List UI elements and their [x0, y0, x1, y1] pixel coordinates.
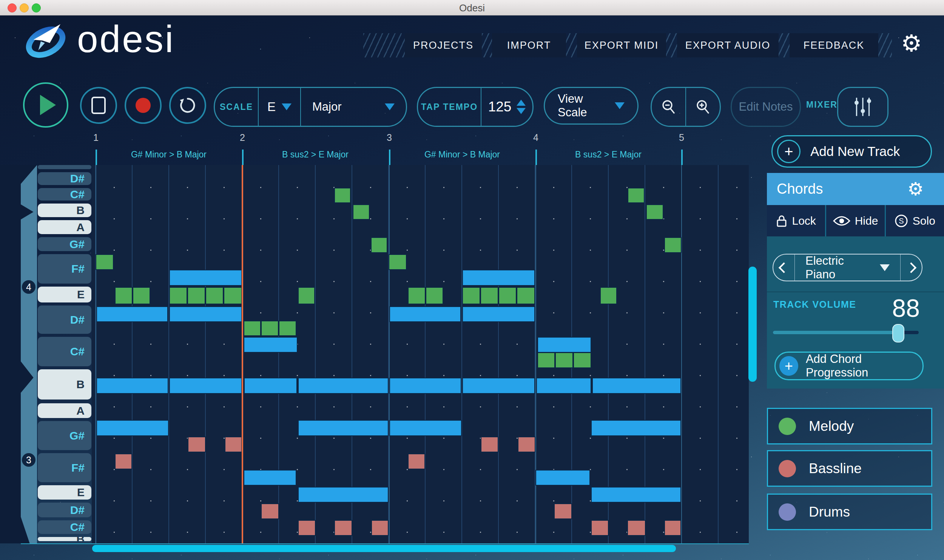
melody-note[interactable]	[646, 204, 663, 220]
tempo-stepper[interactable]	[517, 100, 526, 114]
loop-button[interactable]	[169, 87, 206, 124]
track-card-bassline[interactable]: Bassline	[767, 450, 932, 487]
piano-key-c#[interactable]: C#	[38, 337, 91, 366]
chord-note[interactable]	[592, 378, 681, 394]
melody-note[interactable]	[517, 287, 535, 304]
melody-note[interactable]	[555, 352, 573, 368]
bassline-note[interactable]	[664, 520, 681, 536]
add-new-track-button[interactable]: + Add New Track	[771, 135, 932, 168]
chord-note[interactable]	[169, 378, 242, 394]
volume-slider-thumb[interactable]	[892, 324, 904, 342]
melody-note[interactable]	[133, 287, 150, 304]
play-button[interactable]	[23, 82, 68, 128]
piano-key-c#[interactable]: C#	[38, 520, 91, 534]
chord-note[interactable]	[298, 378, 389, 394]
hide-button[interactable]: Hide	[825, 205, 884, 236]
bassline-note[interactable]	[334, 520, 352, 536]
bassline-note[interactable]	[225, 437, 242, 452]
melody-note[interactable]	[426, 287, 443, 304]
melody-note[interactable]	[600, 287, 617, 304]
piano-key-e[interactable]: E	[38, 485, 91, 500]
mixer-button[interactable]	[837, 87, 888, 127]
bassline-note[interactable]	[481, 437, 498, 452]
chord-note[interactable]	[462, 270, 535, 286]
chord-note[interactable]	[298, 420, 389, 436]
melody-note[interactable]	[261, 321, 279, 336]
playhead[interactable]	[242, 165, 243, 543]
piano-key-d#[interactable]: D#	[38, 503, 91, 517]
melody-note[interactable]	[664, 237, 682, 253]
chord-note[interactable]	[462, 378, 535, 394]
edit-notes-button[interactable]: Edit Notes	[731, 87, 801, 127]
nav-item-feedback[interactable]: FEEDBACK	[790, 33, 878, 57]
chord-note[interactable]	[591, 420, 681, 436]
chord-note[interactable]	[96, 420, 169, 436]
melody-note[interactable]	[187, 287, 205, 304]
nav-item-projects[interactable]: PROJECTS	[405, 33, 482, 57]
horizontal-scrollbar[interactable]	[92, 545, 676, 552]
chord-note[interactable]	[536, 378, 591, 394]
instrument-prev-button[interactable]	[773, 264, 794, 272]
track-card-drums[interactable]: Drums	[767, 494, 932, 530]
piano-key-g#[interactable]: G#	[38, 421, 91, 450]
piano-key[interactable]	[38, 165, 91, 169]
vertical-scrollbar[interactable]	[748, 267, 757, 382]
chord-note[interactable]	[244, 378, 297, 394]
melody-note[interactable]	[169, 287, 187, 304]
melody-note[interactable]	[628, 188, 645, 203]
stop-button[interactable]	[80, 87, 117, 124]
scale-mode-dropdown[interactable]: Major	[301, 100, 406, 114]
chord-note[interactable]	[389, 306, 461, 322]
bassline-note[interactable]	[188, 437, 206, 452]
piano-key-a[interactable]: A	[38, 220, 91, 234]
melody-note[interactable]	[353, 204, 370, 220]
track-settings-gear-icon[interactable]: ⚙	[907, 180, 924, 198]
nav-item-import[interactable]: IMPORT	[492, 33, 566, 57]
melody-note[interactable]	[224, 287, 242, 304]
chord-note[interactable]	[244, 337, 298, 353]
piano-key-g#[interactable]: G#	[38, 237, 91, 251]
piano-key-f#[interactable]: F#	[38, 453, 91, 482]
lock-button[interactable]: Lock	[767, 205, 825, 236]
zoom-in-button[interactable]	[686, 98, 720, 116]
bassline-note[interactable]	[591, 520, 609, 536]
nav-item-export-midi[interactable]: EXPORT MIDI	[577, 33, 666, 57]
chord-note[interactable]	[96, 306, 168, 322]
bassline-note[interactable]	[554, 503, 572, 519]
chord-note[interactable]	[389, 378, 461, 394]
chord-note[interactable]	[169, 270, 242, 286]
melody-note[interactable]	[408, 287, 426, 304]
melody-note[interactable]	[498, 287, 517, 304]
piano-key-c#[interactable]: C#	[38, 188, 91, 201]
bassline-note[interactable]	[371, 520, 389, 536]
chord-note[interactable]	[462, 306, 535, 322]
add-chord-progression-button[interactable]: + Add Chord Progression	[774, 352, 924, 380]
chord-note[interactable]	[389, 420, 462, 436]
chord-note[interactable]	[537, 337, 591, 353]
melody-note[interactable]	[115, 287, 133, 304]
piano-key-d#[interactable]: D#	[38, 172, 91, 185]
tap-tempo-button[interactable]: TAP TEMPO	[418, 102, 481, 112]
piano-key-f#[interactable]: F#	[38, 254, 91, 284]
zoom-out-button[interactable]	[652, 98, 685, 116]
piano-key-b[interactable]: B	[38, 204, 91, 217]
view-scale-dropdown[interactable]: View Scale	[544, 87, 639, 125]
track-card-melody[interactable]: Melody	[767, 408, 932, 444]
melody-note[interactable]	[298, 287, 315, 304]
melody-note[interactable]	[537, 352, 555, 368]
bassline-note[interactable]	[408, 454, 425, 469]
melody-note[interactable]	[334, 188, 351, 203]
piano-key-e[interactable]: E	[38, 287, 91, 302]
chord-note[interactable]	[535, 470, 590, 486]
piano-key-a[interactable]: A	[38, 403, 91, 418]
melody-note[interactable]	[573, 352, 591, 368]
nav-item-export-audio[interactable]: EXPORT AUDIO	[677, 33, 779, 57]
bassline-note[interactable]	[627, 520, 646, 536]
melody-note[interactable]	[205, 287, 224, 304]
chord-note[interactable]	[169, 306, 242, 322]
melody-note[interactable]	[96, 254, 114, 270]
melody-note[interactable]	[244, 321, 261, 336]
bassline-note[interactable]	[298, 520, 316, 536]
chord-note[interactable]	[591, 487, 681, 503]
bassline-note[interactable]	[115, 454, 132, 469]
